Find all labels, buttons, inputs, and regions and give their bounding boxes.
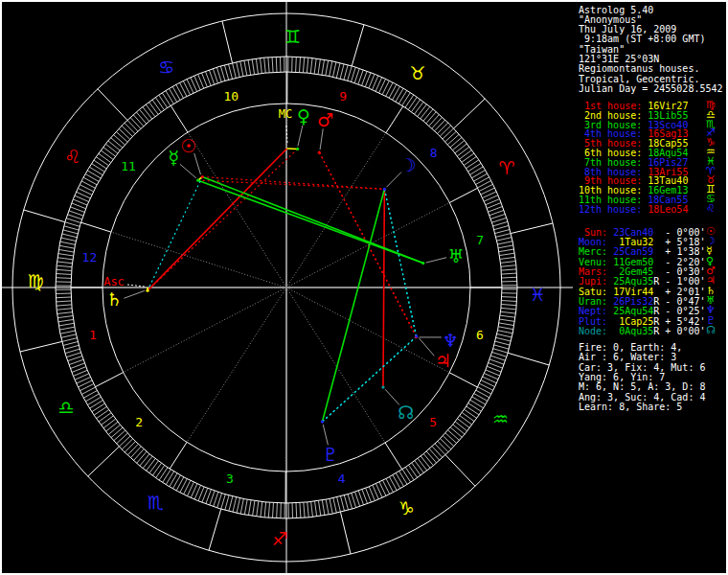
node-planet-icon: ☊ bbox=[706, 326, 716, 335]
stats-line: Learn: 8, Share: 5 bbox=[579, 402, 724, 412]
♌-sign-icon: ♌ bbox=[706, 204, 716, 214]
header-line: Julian Day = 2455028.5542 bbox=[579, 84, 724, 94]
house-row: 12th house: 18Leo54♌ bbox=[579, 205, 724, 215]
planet-row: Node: 0Aqu35R + 0°00'☊ bbox=[579, 327, 724, 336]
info-sidebar: Astrolog 5.40"Anonymous"Thu July 16, 200… bbox=[0, 0, 728, 575]
